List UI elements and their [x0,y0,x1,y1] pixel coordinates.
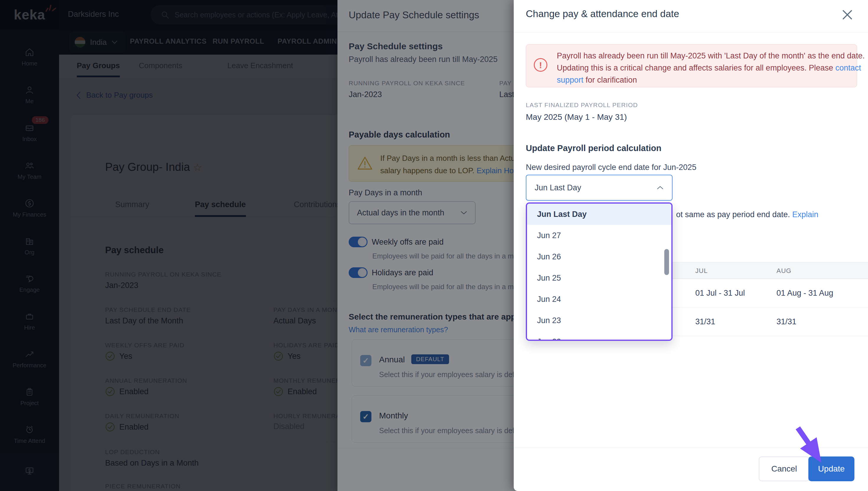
dropdown-option-jun-23[interactable]: Jun 23 [527,310,671,331]
end-date-select[interactable]: Jun Last Day [526,175,673,201]
dropdown-option-jun-24[interactable]: Jun 24 [527,289,671,310]
explain-link[interactable]: Explain [792,210,818,219]
alert-circle-icon: ! [534,58,548,72]
divider [514,32,868,33]
alert-text: Payroll has already been run till May-20… [557,50,868,86]
attendance-cycle-note: ot same as pay period end date. Explain [676,210,818,219]
dropdown-option-jun-last-day[interactable]: Jun Last Day [527,204,671,225]
dropdown-option-jun-22[interactable]: Jun 22 [527,331,671,341]
panel-footer-divider [514,447,868,448]
close-icon[interactable] [840,8,855,22]
table-cell: 01 Jul - 31 Jul [695,289,745,298]
column-header-aug: AUG [777,267,791,275]
change-end-date-panel: Change pay & attendance end date ! Payro… [514,0,868,491]
panel-title: Change pay & attendance end date [526,8,679,20]
last-period-label: LAST FINALIZED PAYROLL PERIOD [526,102,638,109]
update-button[interactable]: Update [808,457,855,481]
new-end-date-label: New desired payroll cycle end date for J… [526,163,697,172]
end-date-select-value: Jun Last Day [535,183,581,192]
dropdown-option-jun-27[interactable]: Jun 27 [527,225,671,246]
cancel-button[interactable]: Cancel [759,457,810,481]
last-period-value: May 2025 (May 1 - May 31) [526,112,627,122]
update-period-title: Update Payroll period calculation [526,143,661,153]
end-date-dropdown: Jun Last Day Jun 27 Jun 26 Jun 25 Jun 24… [526,202,673,341]
table-cell: 31/31 [777,317,796,326]
critical-change-alert: ! Payroll has already been run till May-… [526,44,857,87]
chevron-up-icon [656,185,664,190]
column-header-jul: JUL [695,267,708,275]
table-cell: 01 Aug - 31 Aug [777,289,833,298]
app-root: keka Darksiders Inc Search employees or … [0,0,868,491]
dropdown-scrollbar[interactable] [664,249,669,275]
dropdown-option-jun-26[interactable]: Jun 26 [527,246,671,267]
dropdown-option-jun-25[interactable]: Jun 25 [527,267,671,289]
table-cell: 31/31 [695,317,716,326]
